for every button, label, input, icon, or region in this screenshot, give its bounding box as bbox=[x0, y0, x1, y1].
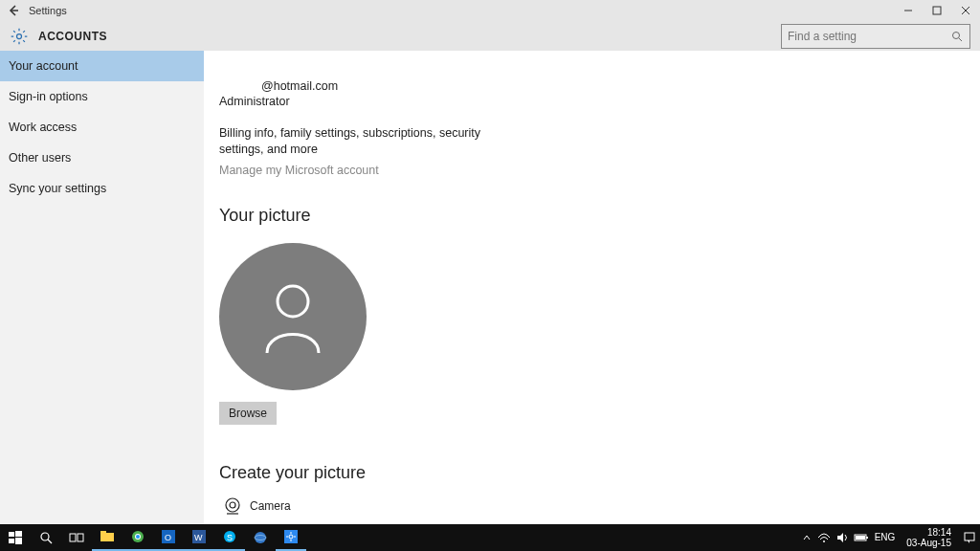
wifi-icon[interactable] bbox=[817, 532, 831, 543]
header: ACCOUNTS bbox=[0, 21, 980, 51]
sidebar-item-label: Sync your settings bbox=[9, 182, 106, 195]
folder-icon bbox=[100, 531, 115, 542]
svg-rect-18 bbox=[100, 531, 106, 534]
settings-gear-icon bbox=[8, 25, 31, 48]
arrow-left-icon bbox=[7, 4, 20, 17]
sidebar: Your account Sign-in options Work access… bbox=[0, 51, 204, 524]
account-email: @hotmail.com bbox=[261, 79, 980, 93]
minimize-icon bbox=[903, 6, 913, 15]
profile-avatar bbox=[219, 243, 367, 390]
tray-chevron-icon[interactable] bbox=[802, 533, 812, 542]
sidebar-item-label: Sign-in options bbox=[9, 90, 88, 103]
manage-account-link[interactable]: Manage my Microsoft account bbox=[219, 164, 980, 177]
system-tray: ENG 18:14 03-Aug-15 bbox=[802, 527, 980, 548]
titlebar: Settings bbox=[0, 0, 980, 21]
minimize-button[interactable] bbox=[894, 0, 923, 21]
start-button[interactable] bbox=[0, 524, 31, 551]
account-description: Billing info, family settings, subscript… bbox=[219, 125, 506, 158]
svg-point-7 bbox=[230, 502, 235, 508]
taskbar-app-settings[interactable] bbox=[276, 524, 306, 551]
svg-point-3 bbox=[953, 32, 960, 38]
taskbar-app-word[interactable]: W bbox=[184, 524, 214, 551]
sidebar-item-work-access[interactable]: Work access bbox=[0, 112, 204, 143]
svg-text:O: O bbox=[165, 533, 171, 542]
sidebar-item-sync-settings[interactable]: Sync your settings bbox=[0, 173, 204, 204]
task-view-button[interactable] bbox=[61, 524, 92, 551]
camera-icon bbox=[219, 496, 246, 516]
your-picture-heading: Your picture bbox=[219, 206, 980, 226]
svg-point-21 bbox=[136, 535, 140, 539]
svg-text:S: S bbox=[227, 533, 233, 542]
svg-point-5 bbox=[278, 286, 308, 317]
gear-icon bbox=[284, 530, 298, 543]
search-box[interactable] bbox=[781, 24, 970, 49]
sidebar-item-sign-in-options[interactable]: Sign-in options bbox=[0, 81, 204, 112]
tray-language[interactable]: ENG bbox=[875, 533, 896, 543]
svg-rect-16 bbox=[78, 534, 83, 541]
account-role: Administrator bbox=[219, 95, 980, 108]
search-icon bbox=[39, 531, 53, 544]
windows-icon bbox=[9, 531, 22, 544]
taskbar-app-chrome[interactable] bbox=[122, 524, 153, 551]
skype-icon: S bbox=[223, 530, 236, 543]
outlook-icon: O bbox=[162, 530, 175, 543]
task-view-icon bbox=[69, 532, 84, 543]
svg-rect-10 bbox=[15, 531, 22, 537]
svg-rect-9 bbox=[9, 532, 14, 537]
svg-point-2 bbox=[17, 33, 22, 38]
notifications-icon[interactable] bbox=[963, 531, 976, 544]
svg-rect-34 bbox=[866, 537, 868, 539]
search-input[interactable] bbox=[788, 30, 950, 43]
tray-time: 18:14 bbox=[906, 527, 951, 538]
svg-text:W: W bbox=[194, 533, 203, 542]
svg-rect-17 bbox=[100, 533, 114, 541]
taskbar-app-browser[interactable] bbox=[245, 524, 276, 551]
svg-rect-1 bbox=[933, 7, 941, 14]
browse-button[interactable]: Browse bbox=[219, 402, 277, 425]
svg-rect-11 bbox=[9, 539, 14, 543]
tray-clock[interactable]: 18:14 03-Aug-15 bbox=[901, 527, 957, 548]
back-button[interactable] bbox=[0, 4, 27, 17]
word-icon: W bbox=[192, 530, 206, 543]
taskbar-search-button[interactable] bbox=[31, 524, 61, 551]
battery-icon[interactable] bbox=[854, 533, 869, 542]
sidebar-item-your-account[interactable]: Your account bbox=[0, 51, 204, 81]
create-picture-heading: Create your picture bbox=[219, 463, 980, 483]
sidebar-item-label: Work access bbox=[9, 121, 77, 134]
taskbar-app-outlook[interactable]: O bbox=[153, 524, 184, 551]
svg-point-28 bbox=[255, 532, 266, 543]
svg-rect-15 bbox=[70, 534, 76, 541]
svg-line-14 bbox=[48, 540, 52, 543]
sidebar-item-label: Other users bbox=[9, 151, 71, 165]
svg-rect-36 bbox=[965, 533, 974, 540]
svg-point-13 bbox=[41, 533, 49, 540]
svg-rect-35 bbox=[856, 536, 865, 540]
content-pane: @hotmail.com Administrator Billing info,… bbox=[204, 51, 980, 524]
tray-date: 03-Aug-15 bbox=[906, 538, 951, 548]
svg-point-6 bbox=[226, 498, 239, 512]
taskbar: O W S ENG 18:14 03-Aug-15 bbox=[0, 524, 980, 551]
camera-option[interactable]: Camera bbox=[219, 496, 980, 516]
header-caption: ACCOUNTS bbox=[38, 30, 107, 43]
search-icon[interactable] bbox=[950, 30, 964, 43]
svg-rect-12 bbox=[15, 538, 22, 544]
maximize-button[interactable] bbox=[923, 0, 951, 21]
globe-icon bbox=[254, 531, 267, 544]
sidebar-item-label: Your account bbox=[9, 59, 78, 73]
window-title: Settings bbox=[27, 5, 67, 16]
person-icon bbox=[259, 278, 326, 355]
browse-button-label: Browse bbox=[229, 407, 267, 420]
svg-line-4 bbox=[959, 38, 962, 41]
taskbar-app-skype[interactable]: S bbox=[214, 524, 245, 551]
maximize-icon bbox=[932, 6, 942, 15]
camera-label: Camera bbox=[250, 499, 291, 513]
svg-point-32 bbox=[823, 540, 825, 542]
close-button[interactable] bbox=[951, 0, 980, 21]
volume-icon[interactable] bbox=[836, 532, 848, 543]
chrome-icon bbox=[131, 530, 145, 543]
close-icon bbox=[961, 6, 970, 15]
taskbar-app-explorer[interactable] bbox=[92, 524, 122, 551]
sidebar-item-other-users[interactable]: Other users bbox=[0, 143, 204, 173]
